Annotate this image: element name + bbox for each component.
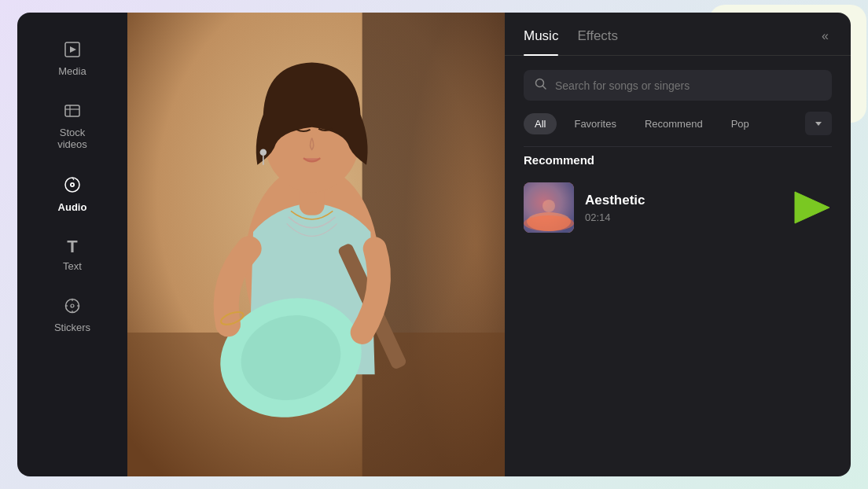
svg-point-10 bbox=[71, 304, 74, 307]
sidebar-item-audio[interactable]: Audio bbox=[17, 164, 127, 224]
filter-recommend[interactable]: Recommend bbox=[634, 113, 714, 134]
song-thumbnail-image bbox=[524, 182, 574, 233]
filter-all[interactable]: All bbox=[524, 113, 557, 134]
sidebar-item-text[interactable]: T Text bbox=[17, 227, 127, 283]
tab-music[interactable]: Music bbox=[524, 28, 558, 55]
search-input[interactable] bbox=[555, 79, 821, 92]
svg-marker-1 bbox=[70, 46, 76, 53]
search-icon bbox=[535, 78, 547, 93]
sidebar-item-stickers[interactable]: Stickers bbox=[17, 286, 127, 344]
tabs-bar: Music Effects « bbox=[505, 13, 851, 56]
svg-point-33 bbox=[542, 200, 555, 212]
song-duration: 02:14 bbox=[585, 211, 782, 223]
music-panel: Music Effects « bbox=[505, 13, 851, 476]
sidebar-item-stock-videos[interactable]: Stockvideos bbox=[17, 91, 127, 161]
collapse-button[interactable]: « bbox=[818, 29, 832, 54]
song-title: Aesthetic bbox=[585, 193, 782, 208]
svg-point-9 bbox=[66, 300, 79, 313]
search-box[interactable] bbox=[524, 70, 832, 101]
search-container bbox=[505, 56, 851, 112]
stock-videos-label: Stockvideos bbox=[57, 127, 87, 150]
media-label: Media bbox=[58, 65, 86, 77]
tab-effects[interactable]: Effects bbox=[577, 28, 618, 55]
song-item-aesthetic[interactable]: Aesthetic 02:14 bbox=[505, 176, 851, 239]
preview-area bbox=[127, 13, 505, 476]
song-info: Aesthetic 02:14 bbox=[585, 193, 782, 223]
text-icon: T bbox=[67, 238, 77, 256]
filter-favorites[interactable]: Favorites bbox=[563, 113, 627, 134]
svg-rect-2 bbox=[65, 105, 79, 116]
svg-line-28 bbox=[542, 86, 546, 89]
svg-point-24 bbox=[260, 149, 267, 156]
stickers-icon bbox=[64, 297, 81, 317]
filter-dropdown[interactable] bbox=[805, 112, 832, 135]
svg-point-32 bbox=[524, 215, 574, 231]
sidebar-item-media[interactable]: Media bbox=[17, 30, 127, 88]
stock-videos-icon bbox=[64, 102, 81, 122]
svg-marker-29 bbox=[815, 122, 822, 126]
svg-marker-34 bbox=[795, 192, 829, 223]
main-container: Media Stockvideos Audio bbox=[17, 13, 851, 476]
play-cursor bbox=[793, 190, 832, 225]
filter-pop[interactable]: Pop bbox=[720, 113, 760, 134]
stickers-label: Stickers bbox=[54, 322, 90, 333]
sidebar: Media Stockvideos Audio bbox=[17, 13, 127, 476]
preview-image bbox=[127, 13, 505, 476]
media-icon bbox=[64, 41, 81, 61]
song-thumbnail bbox=[524, 182, 574, 233]
audio-label: Audio bbox=[58, 201, 87, 213]
text-label: Text bbox=[63, 260, 82, 272]
svg-point-7 bbox=[72, 184, 73, 186]
section-recommend-title: Recommend bbox=[505, 147, 851, 176]
filter-bar: All Favorites Recommend Pop bbox=[505, 112, 851, 146]
audio-icon bbox=[63, 175, 82, 197]
